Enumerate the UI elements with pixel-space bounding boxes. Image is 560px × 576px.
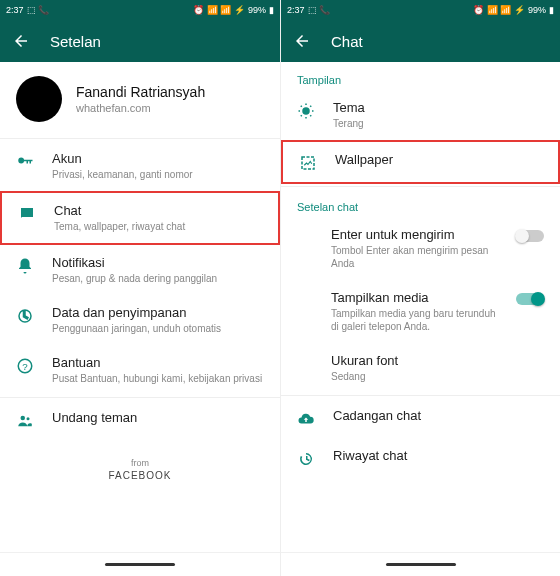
section-tampilan: Tampilan <box>281 62 560 90</box>
chat-item-riwayat[interactable]: Riwayat chat <box>281 438 560 478</box>
chat-item-tema[interactable]: Tema Terang <box>281 90 560 140</box>
svg-point-4 <box>302 107 310 115</box>
profile-row[interactable]: Fanandi Ratriansyah whathefan.com <box>0 62 280 136</box>
status-icons-right: ⏰ 📶 📶 ⚡ <box>473 5 525 15</box>
settings-item-undang[interactable]: Undang teman <box>0 400 280 440</box>
svg-text:?: ? <box>22 361 28 372</box>
nav-pill[interactable] <box>386 563 456 566</box>
screen-chat-settings: 2:37 ⬚ 📞 ⏰ 📶 📶 ⚡ 99% ▮ Chat Tampilan Tem… <box>280 0 560 576</box>
status-battery: 99% <box>528 5 546 15</box>
item-title: Notifikasi <box>52 255 217 270</box>
settings-item-bantuan[interactable]: ? Bantuan Pusat Bantuan, hubungi kami, k… <box>0 345 280 395</box>
nav-bar <box>0 552 280 576</box>
brightness-icon <box>297 102 315 120</box>
profile-name: Fanandi Ratriansyah <box>76 84 205 100</box>
avatar <box>16 76 62 122</box>
data-icon <box>16 307 34 325</box>
item-title: Riwayat chat <box>333 448 407 463</box>
chat-icon <box>18 205 36 223</box>
chat-settings-content: Tampilan Tema Terang Wallpaper Setelan c… <box>281 62 560 552</box>
item-subtitle: Sedang <box>331 370 398 383</box>
status-bar: 2:37 ⬚ 📞 ⏰ 📶 📶 ⚡ 99% ▮ <box>281 0 560 20</box>
app-bar: Chat <box>281 20 560 62</box>
item-title: Data dan penyimpanan <box>52 305 221 320</box>
appbar-title: Chat <box>331 33 363 50</box>
status-time: 2:37 <box>287 5 305 15</box>
back-icon[interactable] <box>293 32 311 50</box>
back-icon[interactable] <box>12 32 30 50</box>
item-subtitle: Penggunaan jaringan, unduh otomatis <box>52 322 221 335</box>
svg-rect-5 <box>302 157 314 169</box>
status-icons-left: ⬚ 📞 <box>27 5 50 15</box>
item-title: Ukuran font <box>331 353 398 368</box>
settings-content: Fanandi Ratriansyah whathefan.com Akun P… <box>0 62 280 552</box>
toggle-enter[interactable] <box>516 230 544 242</box>
nav-pill[interactable] <box>105 563 175 566</box>
toggle-media[interactable] <box>516 293 544 305</box>
status-time: 2:37 <box>6 5 24 15</box>
item-subtitle: Pesan, grup & nada dering panggilan <box>52 272 217 285</box>
appbar-title: Setelan <box>50 33 101 50</box>
battery-icon: ▮ <box>269 5 274 15</box>
chat-item-wallpaper[interactable]: Wallpaper <box>281 140 560 184</box>
help-icon: ? <box>16 357 34 375</box>
settings-item-akun[interactable]: Akun Privasi, keamanan, ganti nomor <box>0 141 280 191</box>
status-battery: 99% <box>248 5 266 15</box>
item-subtitle: Tema, wallpaper, riwayat chat <box>54 220 185 233</box>
battery-icon: ▮ <box>549 5 554 15</box>
chat-item-cadangan[interactable]: Cadangan chat <box>281 398 560 438</box>
footer-brand: FACEBOOK <box>0 470 280 481</box>
status-icons-right: ⏰ 📶 📶 ⚡ <box>193 5 245 15</box>
app-bar: Setelan <box>0 20 280 62</box>
screen-settings: 2:37 ⬚ 📞 ⏰ 📶 📶 ⚡ 99% ▮ Setelan Fanandi R… <box>0 0 280 576</box>
chat-item-font[interactable]: Ukuran font Sedang <box>281 343 560 393</box>
cloud-upload-icon <box>297 410 315 428</box>
svg-point-3 <box>27 417 30 420</box>
chat-item-media[interactable]: Tampilkan media Tampilkan media yang bar… <box>281 280 560 343</box>
chat-item-enter[interactable]: Enter untuk mengirim Tombol Enter akan m… <box>281 217 560 280</box>
item-title: Tampilkan media <box>331 290 506 305</box>
divider <box>0 138 280 139</box>
settings-item-data[interactable]: Data dan penyimpanan Penggunaan jaringan… <box>0 295 280 345</box>
bell-icon <box>16 257 34 275</box>
item-title: Wallpaper <box>335 152 393 167</box>
item-subtitle: Privasi, keamanan, ganti nomor <box>52 168 193 181</box>
svg-point-2 <box>21 416 26 421</box>
status-bar: 2:37 ⬚ 📞 ⏰ 📶 📶 ⚡ 99% ▮ <box>0 0 280 20</box>
divider <box>281 395 560 396</box>
history-icon <box>297 450 315 468</box>
item-subtitle: Tampilkan media yang baru terunduh di ga… <box>331 307 506 333</box>
item-title: Akun <box>52 151 193 166</box>
footer-from-label: from <box>0 458 280 468</box>
divider <box>281 186 560 187</box>
wallpaper-icon <box>299 154 317 172</box>
item-subtitle: Tombol Enter akan mengirim pesan Anda <box>331 244 506 270</box>
people-icon <box>16 412 34 430</box>
nav-bar <box>281 552 560 576</box>
settings-item-notifikasi[interactable]: Notifikasi Pesan, grup & nada dering pan… <box>0 245 280 295</box>
settings-item-chat[interactable]: Chat Tema, wallpaper, riwayat chat <box>0 191 280 245</box>
item-subtitle: Terang <box>333 117 365 130</box>
item-title: Undang teman <box>52 410 137 425</box>
item-title: Tema <box>333 100 365 115</box>
item-title: Chat <box>54 203 185 218</box>
status-icons-left: ⬚ 📞 <box>308 5 331 15</box>
item-title: Cadangan chat <box>333 408 421 423</box>
key-icon <box>16 153 34 171</box>
divider <box>0 397 280 398</box>
item-title: Bantuan <box>52 355 262 370</box>
section-setelan-chat: Setelan chat <box>281 189 560 217</box>
profile-sub: whathefan.com <box>76 102 205 114</box>
item-title: Enter untuk mengirim <box>331 227 506 242</box>
footer-from: from FACEBOOK <box>0 440 280 485</box>
item-subtitle: Pusat Bantuan, hubungi kami, kebijakan p… <box>52 372 262 385</box>
